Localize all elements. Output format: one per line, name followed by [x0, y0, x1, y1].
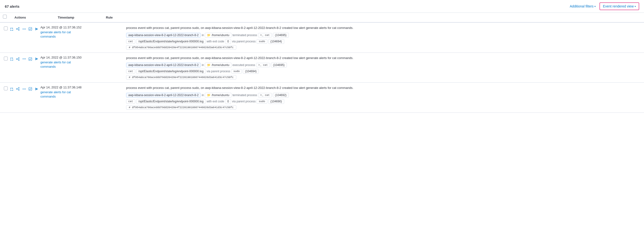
rule-link[interactable]: generate alerts for cat commands — [40, 90, 81, 99]
host-tag[interactable]: awp-kibana-session-view-8-2-april-12-202… — [126, 93, 201, 98]
exit-code-tag[interactable]: 0 — [225, 39, 231, 44]
path-tag[interactable]: 📁/home/ubuntu — [205, 63, 231, 68]
page-container: 67 alerts Additional filters ▾ Event ren… — [0, 0, 644, 238]
analyzer-icon[interactable] — [15, 26, 21, 32]
expand-icon[interactable] — [9, 56, 14, 62]
folder-icon: 📁 — [207, 93, 210, 97]
svg-point-10 — [18, 57, 19, 58]
pid1-tag[interactable]: (104692) — [273, 93, 289, 98]
hash-tag[interactable]: # df954abca766aceddd79dd20429e4f22201901… — [126, 75, 236, 80]
exit-code-tag[interactable]: 0 — [225, 99, 231, 104]
svg-point-0 — [16, 29, 17, 29]
in-label: in — [202, 34, 204, 37]
rule-link[interactable]: generate alerts for cat commands — [40, 30, 81, 39]
event-rendered-view-button[interactable]: Event rendered view ▾ — [600, 3, 639, 10]
svg-point-6 — [24, 29, 24, 29]
row-checkbox-cell — [4, 26, 8, 30]
parent-tag[interactable]: sudo — [256, 99, 267, 104]
status-icon[interactable] — [28, 56, 33, 62]
send-icon[interactable] — [34, 86, 40, 92]
svg-point-18 — [16, 88, 17, 89]
filepath-tag[interactable]: /opt/Elastic/Endpoint/state/log/endpoint… — [136, 39, 206, 44]
event-rendered-view-label: Event rendered view — [603, 4, 634, 8]
checkbox-header — [3, 15, 12, 20]
send-icon[interactable] — [34, 56, 40, 62]
analyzer-icon[interactable] — [15, 56, 21, 62]
process2-tag[interactable]: cat — [126, 69, 135, 74]
hash-row: # df954abca766aceddd79dd20429e4f22201901… — [126, 105, 353, 110]
parent-tag[interactable]: sudo — [231, 69, 242, 74]
more-actions-icon[interactable] — [21, 86, 27, 92]
svg-line-12 — [17, 58, 18, 59]
process2-tag[interactable]: cat — [126, 99, 135, 104]
expand-icon[interactable] — [9, 86, 14, 92]
filepath-tag[interactable]: /opt/Elastic/Endpoint/state/log/endpoint… — [136, 69, 206, 74]
analyzer-icon[interactable] — [15, 86, 21, 92]
row-checkbox[interactable] — [4, 87, 8, 90]
hash-tag[interactable]: # df954abca766aceddd79dd20429e4f22201901… — [126, 45, 236, 50]
svg-point-1 — [18, 28, 19, 29]
svg-point-23 — [22, 89, 23, 89]
row-actions-cell — [9, 86, 40, 92]
cmd-tag[interactable]: >_ cat — [258, 93, 272, 97]
ppid-tag[interactable]: (104694) — [243, 69, 259, 74]
path-tag[interactable]: 📁/home/ubuntu — [205, 93, 231, 98]
parent-tag[interactable]: sudo — [256, 39, 267, 44]
rule-link[interactable]: generate alerts for cat commands — [40, 60, 81, 69]
process-chain-1: awp-kibana-session-view-8-2-april-12-202… — [126, 33, 353, 38]
chevron-down-icon: ▾ — [594, 5, 596, 8]
ppid-tag[interactable]: (104690) — [268, 99, 284, 104]
row-checkbox[interactable] — [4, 27, 8, 30]
process2-tag[interactable]: cat — [126, 39, 135, 44]
svg-rect-26 — [29, 87, 32, 90]
pid1-tag[interactable]: (104695) — [273, 33, 289, 38]
svg-point-7 — [25, 29, 26, 29]
svg-point-25 — [25, 89, 26, 89]
hash-row: # df954abca766aceddd79dd20429e4f22201901… — [126, 45, 353, 50]
path-tag[interactable]: 📁/home/ubuntu — [205, 33, 231, 38]
exit-label: with exit code — [207, 100, 224, 103]
event-summary-cell: process event with process cat, parent p… — [124, 26, 355, 50]
additional-filters-button[interactable]: Additional filters ▾ — [570, 4, 596, 8]
svg-point-24 — [24, 89, 24, 89]
select-all-checkbox[interactable] — [3, 15, 7, 19]
row-checkbox[interactable] — [4, 57, 8, 61]
top-bar: 67 alerts Additional filters ▾ Event ren… — [0, 0, 644, 13]
via-label: via parent process — [232, 100, 256, 103]
table-row: Apr 14, 2022 @ 11:37:36.150generate aler… — [0, 53, 644, 83]
table-row: Apr 14, 2022 @ 11:37:36.148generate aler… — [0, 83, 644, 113]
expand-icon[interactable] — [9, 26, 14, 32]
svg-point-19 — [18, 87, 19, 88]
cmd-tag[interactable]: >_ cat — [256, 63, 270, 67]
table-header: Actions Timestamp Rule Event Summary — [0, 13, 644, 23]
alerts-table: Apr 14, 2022 @ 11:37:36.152generate aler… — [0, 23, 644, 113]
folder-icon: 📁 — [207, 63, 210, 67]
host-tag[interactable]: awp-kibana-session-view-8-2-april-12-202… — [126, 33, 201, 38]
process-chain-2: cat/opt/Elastic/Endpoint/state/log/endpo… — [126, 39, 353, 44]
pid1-tag[interactable]: (104695) — [271, 63, 287, 68]
col-header-rule: Rule — [104, 15, 641, 20]
cmd-tag[interactable]: >_ cat — [258, 33, 272, 37]
process-chain-1: awp-kibana-session-view-8-2-april-12-202… — [126, 63, 353, 68]
folder-icon: 📁 — [207, 34, 210, 37]
table-row: Apr 14, 2022 @ 11:37:36.152generate aler… — [0, 23, 644, 53]
row-checkbox-cell — [4, 86, 8, 90]
svg-point-16 — [25, 59, 26, 59]
action-label: terminated process — [232, 93, 257, 97]
via-label: via parent process — [232, 40, 256, 43]
timestamp-cell: Apr 14, 2022 @ 11:37:36.148 — [40, 86, 82, 89]
send-icon[interactable] — [34, 26, 40, 32]
svg-point-11 — [18, 60, 19, 61]
ppid-tag[interactable]: (104694) — [268, 39, 284, 44]
host-tag[interactable]: awp-kibana-session-view-8-2-april-12-202… — [126, 63, 201, 68]
more-actions-icon[interactable] — [21, 56, 27, 62]
summary-text: process event with process cat, parent p… — [126, 26, 353, 30]
hash-tag[interactable]: # df954abca766aceddd79dd20429e4f22201901… — [126, 105, 236, 110]
filepath-tag[interactable]: /opt/Elastic/Endpoint/state/log/endpoint… — [136, 99, 206, 104]
status-icon[interactable] — [28, 86, 33, 92]
status-icon[interactable] — [28, 26, 33, 32]
more-actions-icon[interactable] — [21, 26, 27, 32]
action-label: executed process — [232, 63, 255, 67]
svg-point-14 — [22, 59, 23, 59]
summary-text: process event with process cat, parent p… — [126, 56, 353, 61]
